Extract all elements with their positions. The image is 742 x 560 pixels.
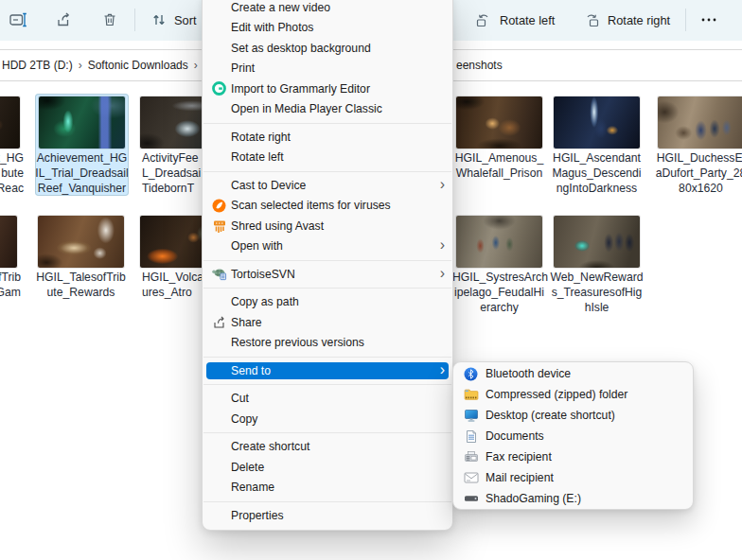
send-to-item-mail-recipient[interactable]: Mail recipient [453, 467, 693, 488]
zipfolder-icon [463, 384, 479, 405]
file-tile[interactable]: t_HGbuteReac [0, 94, 24, 196]
context-menu-item-restore-previous-versions[interactable]: Restore previous versions [203, 333, 452, 354]
avast-icon [211, 196, 227, 217]
context-menu-item-cast-to-device[interactable]: Cast to Device› [203, 175, 452, 196]
send-to-item-fax-recipient[interactable]: Fax recipient [453, 446, 693, 467]
rotate-left-button[interactable]: Rotate left [475, 0, 555, 40]
file-name: HGIL_DuchessElaDufort_Party_2880x1620 [654, 151, 742, 196]
toolbar-separator-left [134, 9, 135, 31]
share-button[interactable] [56, 0, 73, 40]
file-tile[interactable]: Web_NewRewards_TreasuresofHighIsle [550, 213, 644, 315]
breadcrumb-chevron-icon: › [79, 58, 82, 72]
context-menu-item-edit-with-photos[interactable]: Edit with Photos [203, 18, 452, 39]
context-menu-item-delete[interactable]: Delete [203, 457, 452, 478]
submenu-chevron-icon: › [440, 238, 445, 254]
file-tile-selected[interactable]: Achievement_HGIL_Trial_DreadsailReef_Van… [35, 94, 129, 196]
send-to-item-bluetooth-device[interactable]: Bluetooth device [453, 363, 693, 384]
menu-item-label: TortoiseSVN [231, 268, 295, 281]
file-name: HGIL_SystresArchipelago_FeudalHierarchy [452, 271, 546, 315]
file-tile[interactable]: HGIL_Amenous_Whalefall_Prison [452, 94, 546, 182]
send-to-item-shadogaming-e[interactable]: ShadoGaming (E:) [453, 488, 693, 509]
menu-item-label: Restore previous versions [231, 336, 364, 349]
file-name: HGIL_AscendantMagus_DescendingIntoDarkne… [550, 151, 644, 196]
menu-item-label: Create shortcut [231, 440, 309, 453]
send-to-item-documents[interactable]: Documents [453, 426, 693, 446]
file-name: HGIL_Amenous_Whalefall_Prison [452, 151, 546, 182]
file-tile[interactable]: HGIL_DuchessElaDufort_Party_2880x1620 [654, 94, 742, 196]
grammarly-icon [211, 79, 227, 99]
context-menu-item-set-as-desktop-background[interactable]: Set as desktop background [203, 38, 452, 59]
bluetooth-icon [463, 363, 479, 384]
context-menu-item-import-to-grammarly-editor[interactable]: Import to Grammarly Editor [203, 79, 452, 99]
menu-item-label: Rename [231, 481, 274, 494]
menu-separator [203, 260, 451, 261]
context-menu: Create a new videoEdit with PhotosSet as… [202, 0, 453, 531]
menu-separator [203, 123, 451, 124]
context-menu-item-rename[interactable]: Rename [203, 478, 452, 499]
menu-item-label: Create a new video [231, 1, 330, 14]
file-name: Achievement_HGIL_Trial_DreadsailReef_Van… [35, 151, 129, 196]
context-menu-item-share[interactable]: Share [203, 312, 452, 333]
menu-item-label: Copy [231, 412, 257, 426]
delete-button[interactable] [102, 0, 117, 40]
context-menu-item-create-a-new-video[interactable]: Create a new video [203, 0, 452, 18]
breadcrumb-screenshots-fragment[interactable]: eenshots [456, 53, 503, 78]
context-menu-item-properties[interactable]: Properties [203, 505, 452, 526]
context-menu-item-open-with[interactable]: Open with› [203, 236, 452, 257]
file-tile[interactable]: HGIL_SystresArchipelago_FeudalHierarchy [452, 213, 546, 315]
breadcrumb-chevron-icon: › [194, 58, 198, 72]
rotate-left-label: Rotate left [500, 13, 555, 27]
file-thumbnail [456, 216, 542, 268]
trash-icon [102, 12, 117, 27]
menu-item-label: Cut [231, 392, 249, 405]
file-thumbnail [456, 96, 542, 149]
submenu-chevron-icon: › [440, 266, 445, 281]
menu-item-label: Open in Media Player Classic [231, 102, 382, 115]
send-to-item-label: Desktop (create shortcut) [486, 409, 615, 422]
rename-button[interactable] [9, 0, 27, 40]
context-menu-item-send-to[interactable]: Send to› [203, 360, 452, 381]
context-menu-item-print[interactable]: Print [203, 59, 452, 79]
more-icon [700, 18, 717, 22]
context-menu-item-cut[interactable]: Cut [203, 389, 452, 410]
send-to-item-label: Mail recipient [486, 471, 554, 484]
menu-separator [203, 357, 451, 358]
breadcrumb-item[interactable]: HDD 2TB (D:) [2, 59, 73, 72]
context-menu-item-copy[interactable]: Copy [203, 409, 452, 429]
context-menu-item-tortoisesvn[interactable]: TortoiseSVN› [203, 264, 452, 285]
context-menu-item-rotate-right[interactable]: Rotate right [203, 127, 452, 148]
sort-button[interactable]: Sort [151, 0, 196, 40]
context-menu-item-rotate-left[interactable]: Rotate left [203, 148, 452, 168]
desktop-icon [463, 405, 479, 426]
context-menu-item-create-shortcut[interactable]: Create shortcut [203, 437, 452, 458]
more-button[interactable] [700, 0, 717, 40]
context-menu-item-copy-as-path[interactable]: Copy as path [203, 292, 452, 313]
rotate-right-button[interactable]: Rotate right [583, 0, 670, 40]
shred-icon [211, 216, 227, 236]
menu-item-label: Print [231, 61, 255, 75]
menu-item-label: Open with [231, 239, 283, 253]
menu-item-label: Cast to Device [231, 179, 306, 192]
send-to-submenu: Bluetooth deviceCompressed (zipped) fold… [452, 361, 694, 510]
context-menu-item-scan-selected-items-for-viruses[interactable]: Scan selected items for viruses [203, 196, 452, 217]
file-name: HGIL_TalesofTribute_Rewards [34, 271, 128, 301]
send-to-item-label: Compressed (zipped) folder [486, 388, 627, 401]
send-to-item-label: ShadoGaming (E:) [486, 492, 581, 505]
menu-separator [203, 171, 451, 172]
menu-item-label: Import to Grammarly Editor [231, 82, 370, 96]
breadcrumb-item[interactable]: Softonic Downloads [88, 59, 188, 72]
submenu-chevron-icon: › [440, 362, 445, 377]
file-name: Web_NewRewards_TreasuresofHighIsle [550, 271, 644, 315]
file-tile[interactable]: HGIL_TalesofTribute_Rewards [34, 213, 128, 301]
file-tile[interactable]: fTribGam [0, 213, 21, 301]
send-to-item-compressed-zipped-folder[interactable]: Compressed (zipped) folder [453, 384, 693, 405]
context-menu-item-shred-using-avast[interactable]: Shred using Avast [203, 216, 452, 236]
file-thumbnail [554, 216, 640, 268]
file-tile[interactable]: HGIL_AscendantMagus_DescendingIntoDarkne… [550, 94, 644, 196]
share-icon [56, 12, 73, 27]
menu-item-label: Send to [231, 364, 271, 377]
drive-icon [463, 488, 479, 509]
file-thumbnail [38, 216, 124, 268]
send-to-item-desktop-create-shortcut[interactable]: Desktop (create shortcut) [453, 405, 693, 426]
context-menu-item-open-in-media-player-classic[interactable]: Open in Media Player Classic [203, 99, 452, 120]
